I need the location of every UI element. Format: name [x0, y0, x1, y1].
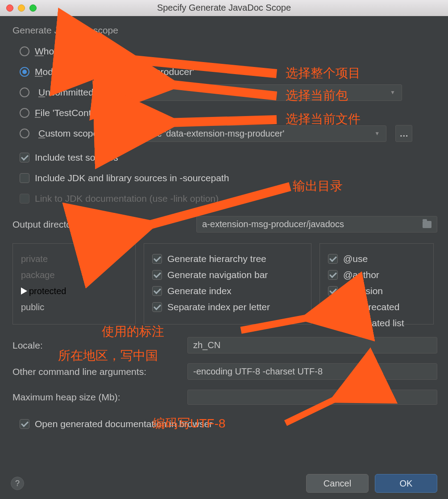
radio-whole-project[interactable]	[20, 46, 29, 56]
cancel-button[interactable]: Cancel	[306, 474, 369, 493]
zoom-icon[interactable]	[29, 4, 37, 12]
close-icon[interactable]	[6, 4, 13, 12]
tags-panel: @use @author @version @deprecated deprec…	[319, 243, 434, 324]
include-jdk-checkbox[interactable]	[20, 173, 29, 183]
vis-package[interactable]: package	[21, 267, 127, 283]
custom-scope-browse-button[interactable]: …	[395, 125, 412, 142]
minimize-icon[interactable]	[18, 4, 25, 12]
uncommitted-combo[interactable]: All▼	[122, 84, 402, 101]
include-test-label: Include test sources	[35, 152, 118, 163]
chk-sep-index[interactable]	[152, 302, 162, 312]
slider-pointer-icon[interactable]	[21, 287, 27, 295]
radio-file[interactable]	[20, 108, 29, 118]
chk-version[interactable]	[328, 286, 338, 296]
titlebar: Specify Generate JavaDoc Scope	[0, 0, 448, 16]
link-jdk-checkbox	[20, 194, 29, 204]
whole-project-label: Whole project	[35, 46, 92, 57]
uncommitted-label: Uncommitted files	[38, 87, 113, 98]
radio-custom[interactable]	[20, 129, 29, 138]
module-label: Module 'data-extension-msg-producer'	[35, 67, 194, 77]
chk-deprecated[interactable]	[328, 302, 338, 312]
output-dir-label: Output directory:	[12, 219, 82, 230]
heap-label: Maximum heap size (Mb):	[12, 392, 120, 403]
chk-gen-nav[interactable]	[152, 270, 162, 280]
radio-uncommitted[interactable]	[20, 87, 29, 97]
output-dir-field[interactable]: a-extension-msg-producer/javadocs	[196, 216, 437, 233]
chk-gen-tree[interactable]	[152, 254, 162, 264]
include-test-checkbox[interactable]	[20, 153, 29, 162]
help-button[interactable]: ?	[11, 477, 24, 490]
open-doc-checkbox[interactable]	[20, 419, 29, 429]
chk-use[interactable]	[328, 254, 338, 264]
link-jdk-label: Link to JDK documentation (use -link opt…	[35, 193, 219, 204]
include-jdk-label: Include JDK and library sources in -sour…	[35, 173, 229, 183]
heap-field[interactable]	[187, 390, 437, 405]
folder-icon[interactable]	[423, 221, 431, 228]
chk-dep-list[interactable]	[328, 318, 338, 328]
locale-field[interactable]: zh_CN	[187, 337, 437, 353]
open-doc-label: Open generated documentation in browser	[35, 419, 212, 429]
chk-gen-index[interactable]	[152, 286, 162, 296]
chk-author[interactable]	[328, 270, 338, 280]
vis-public[interactable]: public	[21, 299, 127, 315]
window-title: Specify Generate JavaDoc Scope	[0, 3, 448, 13]
scope-section-label: Generate JavaDoc scope	[12, 25, 437, 36]
visibility-panel: private package protected public	[12, 243, 136, 324]
locale-label: Locale:	[12, 340, 43, 351]
vis-protected[interactable]: protected	[21, 283, 127, 299]
gen-options-panel: Generate hierarchy tree Generate navigat…	[144, 243, 311, 324]
args-label: Other command line arguments:	[12, 366, 146, 377]
vis-private[interactable]: private	[21, 251, 127, 267]
file-label: File 'TestController.java'	[35, 108, 133, 118]
ok-button[interactable]: OK	[375, 474, 437, 493]
args-field[interactable]: -encoding UTF-8 -charset UTF-8	[187, 363, 437, 380]
custom-scope-combo[interactable]: Module 'data-extension-msg-producer'▼	[126, 125, 386, 142]
custom-label: Custom scope	[38, 128, 98, 139]
radio-module[interactable]	[20, 67, 29, 77]
